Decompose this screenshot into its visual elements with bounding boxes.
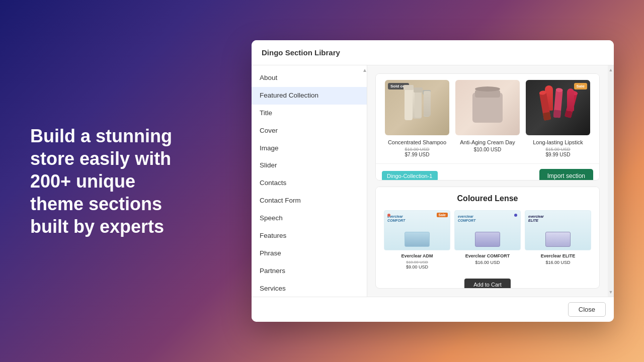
svg-rect-3 [414,87,423,93]
sidebar: ▲ About Featured Collection Title Cover … [252,65,367,297]
import-button[interactable]: Import section [539,169,593,180]
card-footer-1: Dingo-Collection-1 Import section [376,163,599,180]
product-item-lipstick: Sale [523,80,593,157]
svg-rect-11 [543,112,551,121]
product-item-cream: Anti-Aging Cream Day $10.00 USD [452,80,523,157]
sidebar-item-phrase[interactable]: Phrase [252,245,367,262]
product-image-cream [455,80,520,135]
add-to-cart-preview: Add to Cart [464,279,511,289]
sidebar-item-slider[interactable]: Slider [252,157,367,174]
lense-name-elite: Everclear ELITE [541,253,576,258]
hero-line1: Build a stunning [30,126,172,146]
sidebar-item-contact-form[interactable]: Contact Form [252,192,367,210]
hero-line5: built by experts [30,216,164,237]
lense-image-adm: Sale everclearCOMFORT [384,210,450,250]
modal-title: Dingo Section Library [262,48,340,57]
lense-brand-comfort: everclearCOMFORT [458,215,475,223]
content-area: Sold out Concentrated Shampo [367,65,608,297]
sidebar-item-image[interactable]: Image [252,140,367,157]
hero-line3: 200+ unique [30,171,135,192]
product-price-cream: $10.00 USD [474,147,501,152]
modal: Dingo Section Library ▲ About Featured C… [252,40,614,322]
svg-rect-14 [553,110,561,118]
lense-price-adm: $9.00 USD [406,264,428,269]
svg-rect-5 [423,90,431,95]
product-name-cream: Anti-Aging Cream Day [460,139,515,145]
close-button[interactable]: Close [568,302,606,317]
product-item-shampoo: Sold out Concentrated Shampo [382,80,452,157]
lense-item-comfort: everclearCOMFORT Everclear COMFORT $16.0… [452,210,523,269]
lense-price-elite: $16.00 USD [545,260,570,265]
sidebar-item-partners[interactable]: Partners [252,262,367,280]
product-image-lipstick: Sale [526,80,590,135]
sidebar-item-featured-collection[interactable]: Featured Collection [252,87,367,105]
product-price-shampoo: $7.99 USD [405,152,430,157]
svg-rect-4 [424,93,430,117]
product-price-lipstick: $9.99 USD [546,152,571,157]
svg-rect-1 [404,85,414,90]
modal-header: Dingo Section Library [252,40,614,65]
lense-brand-elite: everclearELITE [528,215,544,223]
tag-badge: Dingo-Collection-1 [382,171,438,180]
sidebar-item-about[interactable]: About [252,69,367,87]
hero-text: Build a stunning store easily with 200+ … [30,125,172,238]
sidebar-item-cover[interactable]: Cover [252,122,367,140]
svg-point-16 [571,90,578,96]
sidebar-item-services[interactable]: Services [252,280,367,297]
product-price-original-shampoo: $10.00 USD [405,147,429,152]
hero-line4: theme sections [30,194,162,214]
content-scrollbar[interactable]: ▲ ▼ [608,65,614,297]
sidebar-item-speech[interactable]: Speech [252,210,367,227]
modal-footer: Close [252,297,614,322]
sidebar-item-contacts[interactable]: Contacts [252,174,367,192]
products-grid: Sold out Concentrated Shampo [376,74,599,163]
section2-title: Coloured Lense [376,187,599,208]
modal-body: ▲ About Featured Collection Title Cover … [252,65,614,297]
lense-price-comfort: $16.00 USD [475,260,500,265]
sidebar-item-features[interactable]: Features [252,227,367,245]
lense-name-comfort: Everclear COMFORT [465,253,510,258]
lense-name-adm: Everclear ADM [401,253,433,258]
svg-point-8 [475,86,500,92]
svg-rect-2 [415,90,422,118]
lense-item-adm: Sale everclearCOMFORT Everclear ADM $10.… [382,210,452,269]
sidebar-item-title[interactable]: Title [252,105,367,122]
product-name-shampoo: Concentrated Shampoo [388,139,446,145]
lense-sale-badge-adm: Sale [437,213,448,217]
product-image-shampoo: Sold out [385,80,449,135]
svg-rect-0 [405,87,413,120]
section-card-2: Coloured Lense Sale everclearCOMFORT Eve… [375,187,600,289]
lense-image-elite: everclearELITE [525,210,591,250]
section-card-1: Sold out Concentrated Shampo [375,73,600,180]
hero-line2: store easily with [30,148,171,169]
lense-products: Sale everclearCOMFORT Everclear ADM $10.… [376,208,599,276]
product-name-lipstick: Long-lasting Lipstick [533,139,583,145]
product-price-original-lipstick: $15.00 USD [545,147,570,152]
lense-image-comfort: everclearCOMFORT [454,210,521,250]
lense-item-elite: everclearELITE Everclear ELITE $16.00 US… [523,210,593,269]
lense-price-original-adm: $10.00 USD [406,260,428,264]
